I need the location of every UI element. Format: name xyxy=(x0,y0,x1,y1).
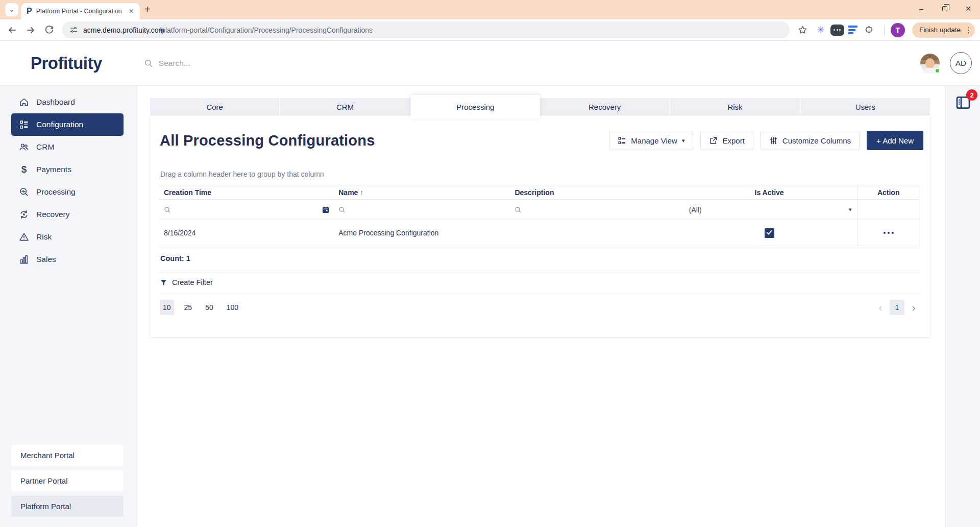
export-label: Export xyxy=(722,136,744,145)
minimize-button[interactable]: – xyxy=(910,0,933,17)
app-logo[interactable]: Profituity xyxy=(31,54,102,73)
sidebar-item-sales[interactable]: Sales xyxy=(11,248,124,271)
favicon: P xyxy=(27,7,32,16)
next-page-icon[interactable]: › xyxy=(908,301,919,314)
avatar-face xyxy=(925,58,935,68)
search-icon xyxy=(514,206,522,213)
puzzle-icon xyxy=(865,25,874,35)
reload-button[interactable] xyxy=(41,22,57,38)
sliders-icon xyxy=(769,136,778,145)
merchant-portal-button[interactable]: Merchant Portal xyxy=(11,445,124,466)
browser-chrome: ⌄ P Platform Portal - Configuration ✕ + … xyxy=(0,0,980,41)
platform-portal-button[interactable]: Platform Portal xyxy=(11,496,124,517)
creation-time-filter-input[interactable] xyxy=(171,206,322,214)
reload-icon xyxy=(44,25,54,35)
export-button[interactable]: Export xyxy=(700,131,753,150)
sidebar-item-payments[interactable]: $ Payments xyxy=(11,158,124,181)
url-path: /platform-portal/Configuration/Processin… xyxy=(159,26,373,34)
group-by-hint: Drag a column header here to group by th… xyxy=(160,170,930,179)
maximize-button[interactable] xyxy=(933,0,957,17)
panel-toggle-button[interactable]: 2 xyxy=(955,94,971,111)
extensions-puzzle-button[interactable] xyxy=(862,22,878,38)
sidebar-item-processing[interactable]: Processing xyxy=(11,181,124,203)
column-header-description[interactable]: Description xyxy=(510,185,680,199)
processing-search-icon xyxy=(19,187,29,197)
finish-update-button[interactable]: Finish update ⋮ xyxy=(912,22,975,38)
create-filter-button[interactable]: Create Filter xyxy=(160,271,919,294)
sidebar-item-configuration[interactable]: Configuration xyxy=(11,113,124,136)
new-tab-button[interactable]: + xyxy=(144,4,151,15)
user-initials-badge[interactable]: AD xyxy=(950,52,972,74)
module-tabbar: Core CRM Processing Recovery Risk Users xyxy=(150,98,930,115)
page-size-50[interactable]: 50 xyxy=(202,300,216,315)
global-search[interactable] xyxy=(144,59,373,68)
tab-crm[interactable]: CRM xyxy=(280,98,410,115)
sidebar-item-crm[interactable]: CRM xyxy=(11,136,124,158)
back-button[interactable] xyxy=(4,22,20,38)
tab-recovery[interactable]: Recovery xyxy=(540,98,670,115)
sidebar-item-risk[interactable]: Risk xyxy=(11,226,124,248)
browser-menu-icon[interactable]: ⋮ xyxy=(965,26,972,35)
search-icon xyxy=(144,59,153,68)
calendar-icon[interactable] xyxy=(322,206,330,214)
portal-switcher: Merchant Portal Partner Portal Platform … xyxy=(0,445,137,527)
browser-profile-avatar[interactable]: T xyxy=(891,23,905,37)
user-avatar[interactable] xyxy=(920,54,940,73)
partner-portal-button[interactable]: Partner Portal xyxy=(11,470,124,491)
sidebar-item-label: Processing xyxy=(36,187,76,197)
tab-core[interactable]: Core xyxy=(150,98,280,115)
column-header-action[interactable]: Action xyxy=(857,185,919,199)
is-active-filter-value: (All) xyxy=(689,206,702,214)
page-size-25[interactable]: 25 xyxy=(181,300,195,315)
url-bar[interactable]: acme.demo.profituity.com/platform-portal… xyxy=(62,21,790,38)
column-header-creation-time[interactable]: Creation Time xyxy=(160,185,334,199)
sidebar-item-recovery[interactable]: Recovery xyxy=(11,203,124,226)
extension-flower-icon[interactable]: ✳ xyxy=(813,24,828,36)
search-icon xyxy=(164,206,171,213)
workspace: Dashboard Configuration CRM $ Payments P… xyxy=(0,86,980,527)
tab-risk[interactable]: Risk xyxy=(670,98,800,115)
close-tab-icon[interactable]: ✕ xyxy=(127,7,136,16)
column-header-label: Creation Time xyxy=(164,188,211,197)
manage-view-button[interactable]: Manage View ▾ xyxy=(609,131,693,150)
finish-update-label: Finish update xyxy=(919,26,961,34)
header-right: AD xyxy=(920,52,972,74)
customize-columns-button[interactable]: Customize Columns xyxy=(761,131,860,150)
people-icon xyxy=(19,142,29,152)
page-size-100[interactable]: 100 xyxy=(224,300,241,315)
sidebar-item-dashboard[interactable]: Dashboard xyxy=(11,91,124,113)
restore-icon xyxy=(942,6,947,11)
bookmark-star-button[interactable] xyxy=(795,22,811,38)
filter-cell-creation-time xyxy=(160,200,334,220)
tab-search-button[interactable]: ⌄ xyxy=(5,3,18,16)
row-actions-menu-icon[interactable] xyxy=(884,232,894,234)
grid-header-row: Creation Time Name↑ Description Is Activ… xyxy=(160,185,919,200)
column-header-is-active[interactable]: Is Active xyxy=(681,185,858,199)
name-filter-input[interactable] xyxy=(346,206,510,214)
page-size-10[interactable]: 10 xyxy=(160,300,174,315)
tab-processing[interactable]: Processing xyxy=(411,95,540,118)
extension-stripes-icon[interactable] xyxy=(846,26,860,34)
close-window-button[interactable]: ✕ xyxy=(957,0,980,17)
extension-chat-icon[interactable] xyxy=(830,25,844,36)
sidebar-item-label: Risk xyxy=(36,232,52,242)
is-active-checkbox[interactable] xyxy=(765,228,774,238)
cell-action xyxy=(857,220,919,246)
is-active-filter-select[interactable]: (All) ▾ xyxy=(681,200,858,220)
online-status-dot xyxy=(935,68,940,74)
browser-tab[interactable]: P Platform Portal - Configuration ✕ xyxy=(21,3,140,19)
current-page-number[interactable]: 1 xyxy=(890,300,904,315)
main-content: Core CRM Processing Recovery Risk Users … xyxy=(137,86,945,527)
previous-page-icon[interactable]: ‹ xyxy=(875,301,886,314)
create-filter-label: Create Filter xyxy=(172,278,213,286)
tab-users[interactable]: Users xyxy=(801,98,930,115)
sidebar-item-label: Sales xyxy=(36,255,56,264)
column-header-name[interactable]: Name↑ xyxy=(334,185,510,199)
description-filter-input[interactable] xyxy=(522,206,680,214)
data-grid: Creation Time Name↑ Description Is Activ… xyxy=(160,185,919,246)
browser-toolbar: acme.demo.profituity.com/platform-portal… xyxy=(0,19,980,41)
forward-button[interactable] xyxy=(22,22,39,38)
add-new-button[interactable]: + Add New xyxy=(867,131,923,150)
table-row[interactable]: 8/16/2024 Acme Processing Configuration xyxy=(160,220,919,246)
search-input[interactable] xyxy=(159,59,373,68)
